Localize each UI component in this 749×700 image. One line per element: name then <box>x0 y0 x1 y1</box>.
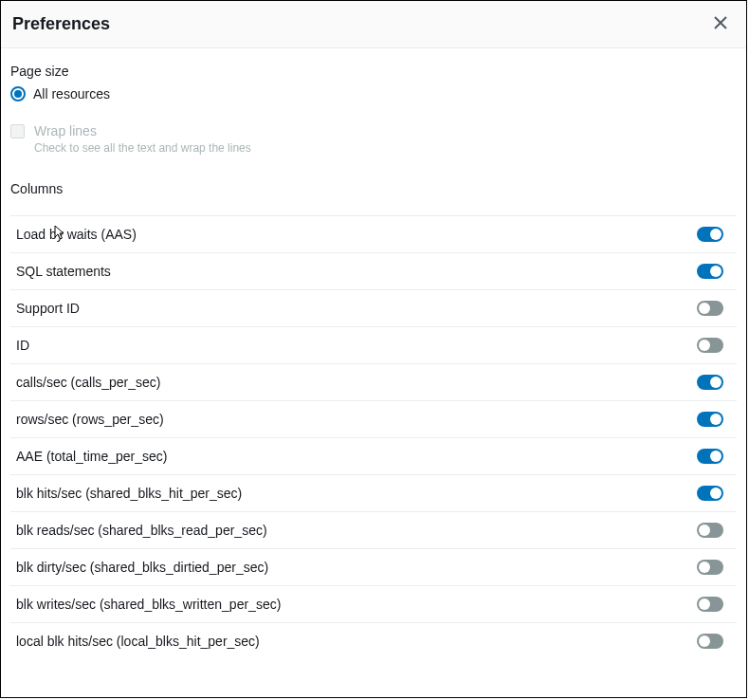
column-toggle[interactable] <box>697 449 723 464</box>
modal-body: Page size All resources Wrap lines Check… <box>1 48 746 697</box>
columns-list: Load by waits (AAS)SQL statementsSupport… <box>10 215 737 659</box>
wrap-lines-title: Wrap lines <box>34 122 251 139</box>
radio-selected-icon <box>10 86 26 101</box>
toggle-knob-icon <box>699 636 710 647</box>
wrap-lines-desc: Check to see all the text and wrap the l… <box>34 141 251 155</box>
column-toggle[interactable] <box>697 634 723 649</box>
toggle-knob-icon <box>699 525 710 536</box>
column-label: ID <box>16 338 29 353</box>
columns-section-label: Columns <box>10 181 737 196</box>
toggle-knob-icon <box>699 340 710 351</box>
column-toggle[interactable] <box>697 375 723 390</box>
column-row: SQL statements <box>10 252 737 289</box>
close-button[interactable] <box>710 12 731 36</box>
toggle-knob-icon <box>699 303 710 314</box>
toggle-knob-icon <box>710 488 722 499</box>
column-label: AAE (total_time_per_sec) <box>16 449 168 464</box>
column-row: AAE (total_time_per_sec) <box>10 437 737 474</box>
checkbox-unchecked-icon <box>10 124 25 138</box>
column-toggle[interactable] <box>697 597 723 612</box>
column-label: SQL statements <box>16 264 111 279</box>
toggle-knob-icon <box>699 599 710 610</box>
column-toggle[interactable] <box>697 227 723 242</box>
column-label: calls/sec (calls_per_sec) <box>16 375 161 390</box>
column-label: rows/sec (rows_per_sec) <box>16 412 164 427</box>
page-size-label: Page size <box>10 64 737 79</box>
column-toggle[interactable] <box>697 412 723 427</box>
page-size-option-all[interactable]: All resources <box>10 86 737 101</box>
column-row: calls/sec (calls_per_sec) <box>10 363 737 400</box>
column-toggle[interactable] <box>697 264 723 279</box>
wrap-lines-text: Wrap lines Check to see all the text and… <box>34 122 251 155</box>
preferences-modal: Preferences Page size All resources Wrap… <box>0 0 747 698</box>
toggle-knob-icon <box>710 414 722 425</box>
toggle-knob-icon <box>699 562 710 573</box>
column-row: rows/sec (rows_per_sec) <box>10 400 737 437</box>
toggle-knob-icon <box>710 451 722 462</box>
close-icon <box>714 14 727 34</box>
column-row: ID <box>10 326 737 363</box>
column-toggle[interactable] <box>697 523 723 538</box>
modal-header: Preferences <box>1 1 746 48</box>
toggle-knob-icon <box>710 377 722 388</box>
column-label: blk hits/sec (shared_blks_hit_per_sec) <box>16 486 242 501</box>
column-row: Load by waits (AAS) <box>10 215 737 252</box>
column-label: Support ID <box>16 301 80 316</box>
toggle-knob-icon <box>710 266 722 277</box>
toggle-knob-icon <box>710 229 722 240</box>
column-label: blk reads/sec (shared_blks_read_per_sec) <box>16 523 267 538</box>
column-row: blk dirty/sec (shared_blks_dirtied_per_s… <box>10 548 737 585</box>
column-row: Support ID <box>10 289 737 326</box>
column-label: local blk hits/sec (local_blks_hit_per_s… <box>16 634 260 649</box>
wrap-lines-option[interactable]: Wrap lines Check to see all the text and… <box>10 122 737 155</box>
column-toggle[interactable] <box>697 486 723 501</box>
column-row: local blk hits/sec (local_blks_hit_per_s… <box>10 622 737 659</box>
page-size-option-label: All resources <box>33 86 110 101</box>
column-row: blk writes/sec (shared_blks_written_per_… <box>10 585 737 622</box>
column-row: blk hits/sec (shared_blks_hit_per_sec) <box>10 474 737 511</box>
column-label: blk writes/sec (shared_blks_written_per_… <box>16 597 281 612</box>
modal-title: Preferences <box>12 14 110 34</box>
column-toggle[interactable] <box>697 560 723 575</box>
column-label: Load by waits (AAS) <box>16 227 137 242</box>
column-label: blk dirty/sec (shared_blks_dirtied_per_s… <box>16 560 268 575</box>
column-row: blk reads/sec (shared_blks_read_per_sec) <box>10 511 737 548</box>
column-toggle[interactable] <box>697 338 723 353</box>
column-toggle[interactable] <box>697 301 723 316</box>
